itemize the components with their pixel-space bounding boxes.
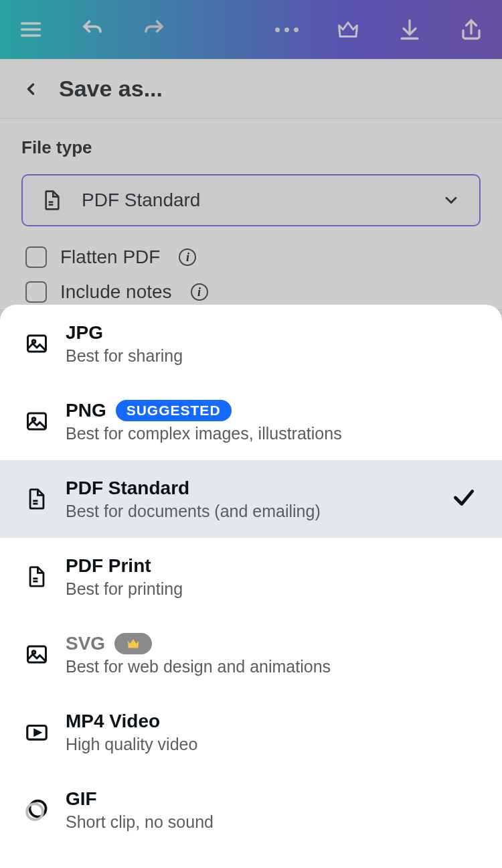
- option-jpg[interactable]: JPG Best for sharing: [0, 305, 502, 382]
- undo-icon[interactable]: [80, 17, 104, 42]
- include-notes-checkbox[interactable]: [25, 281, 47, 303]
- option-gif[interactable]: GIF Short clip, no sound: [0, 771, 502, 849]
- option-title: PDF Standard: [66, 478, 189, 499]
- gif-icon: [24, 798, 50, 822]
- panel-title: Save as...: [59, 76, 163, 102]
- option-title: SVG: [66, 633, 105, 654]
- option-pdf-standard[interactable]: PDF Standard Best for documents (and ema…: [0, 460, 502, 538]
- premium-badge: [114, 633, 152, 654]
- option-title: JPG: [66, 322, 103, 344]
- info-icon[interactable]: i: [191, 283, 208, 301]
- option-desc: Best for documents (and emailing): [66, 502, 435, 521]
- image-icon: [24, 642, 50, 666]
- chevron-down-icon: [442, 191, 461, 210]
- option-desc: Short clip, no sound: [66, 812, 478, 832]
- file-type-sheet: JPG Best for sharing PNG SUGGESTED Best …: [0, 305, 502, 868]
- info-icon[interactable]: i: [179, 248, 196, 266]
- document-icon: [24, 565, 50, 588]
- flatten-pdf-checkbox[interactable]: [25, 246, 47, 268]
- option-mp4[interactable]: MP4 Video High quality video: [0, 693, 502, 771]
- option-desc: Best for complex images, illustrations: [66, 424, 478, 443]
- more-icon[interactable]: [275, 27, 299, 32]
- document-icon: [24, 488, 50, 510]
- save-as-panel: Save as... File type PDF Standard Flatte…: [0, 59, 502, 310]
- check-icon: [451, 485, 478, 513]
- option-title: PDF Print: [66, 555, 151, 577]
- back-icon[interactable]: [21, 80, 40, 98]
- option-title: MP4 Video: [66, 711, 160, 732]
- crown-icon[interactable]: [336, 17, 360, 42]
- svg-marker-17: [35, 730, 40, 735]
- file-type-select[interactable]: PDF Standard: [21, 174, 481, 226]
- share-icon[interactable]: [459, 17, 483, 42]
- option-title: GIF: [66, 788, 97, 810]
- include-notes-label: Include notes: [60, 281, 172, 303]
- option-title: PNG: [66, 400, 106, 421]
- suggested-badge: SUGGESTED: [116, 400, 232, 421]
- redo-icon[interactable]: [142, 17, 166, 42]
- video-icon: [24, 719, 50, 745]
- file-type-label: File type: [21, 137, 481, 158]
- option-pdf-print[interactable]: PDF Print Best for printing: [0, 538, 502, 616]
- image-icon: [24, 332, 50, 356]
- option-desc: High quality video: [66, 735, 478, 754]
- option-desc: Best for sharing: [66, 346, 478, 366]
- menu-icon[interactable]: [19, 17, 43, 42]
- selected-file-type: PDF Standard: [82, 190, 423, 211]
- flatten-pdf-label: Flatten PDF: [60, 246, 160, 268]
- option-svg[interactable]: SVG Best for web design and animations: [0, 616, 502, 693]
- image-icon: [24, 409, 50, 433]
- option-desc: Best for web design and animations: [66, 657, 478, 676]
- top-toolbar: [0, 0, 502, 59]
- option-png[interactable]: PNG SUGGESTED Best for complex images, i…: [0, 382, 502, 460]
- flatten-pdf-row[interactable]: Flatten PDF i: [21, 240, 481, 275]
- download-icon[interactable]: [398, 17, 422, 42]
- option-desc: Best for printing: [66, 579, 478, 599]
